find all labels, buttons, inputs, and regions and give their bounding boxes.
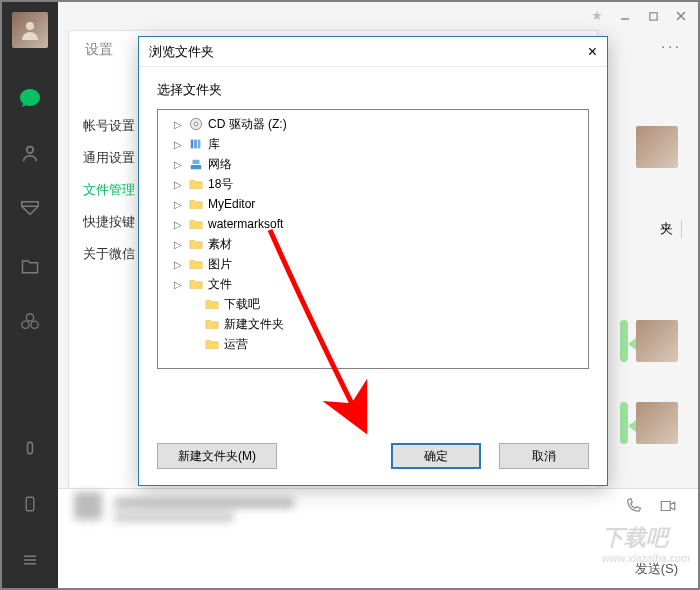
- dialog-titlebar: 浏览文件夹 ×: [139, 37, 607, 67]
- svg-rect-9: [194, 140, 197, 149]
- expand-icon[interactable]: ▷: [172, 259, 184, 270]
- expand-icon[interactable]: ▷: [172, 239, 184, 250]
- tree-item-label: 文件: [208, 276, 232, 293]
- phone-icon[interactable]: [16, 490, 44, 518]
- cd-icon: [188, 116, 204, 132]
- svg-point-7: [194, 122, 198, 126]
- svg-rect-5: [649, 12, 656, 19]
- tree-item-label: 运营: [224, 336, 248, 353]
- message-input-area: 发送(S): [58, 488, 698, 588]
- tree-item-label: 新建文件夹: [224, 316, 284, 333]
- files-icon[interactable]: [16, 252, 44, 280]
- tree-item-label: 网络: [208, 156, 232, 173]
- nav-files[interactable]: 文件管理: [83, 181, 135, 199]
- moments-icon[interactable]: [16, 308, 44, 336]
- maximize-icon[interactable]: [646, 9, 660, 23]
- folder-icon: [188, 176, 204, 192]
- tree-item-label: 素材: [208, 236, 232, 253]
- dialog-subtitle: 选择文件夹: [139, 67, 607, 109]
- expand-icon[interactable]: ▷: [172, 159, 184, 170]
- svg-rect-12: [193, 160, 200, 164]
- cancel-button[interactable]: 取消: [499, 443, 589, 469]
- chat-bubble: [620, 320, 628, 362]
- dialog-close-icon[interactable]: ×: [588, 43, 597, 61]
- send-button[interactable]: 发送(S): [635, 560, 678, 578]
- svg-rect-8: [191, 140, 194, 149]
- chat-avatar[interactable]: [636, 126, 678, 168]
- tree-item-label: 库: [208, 136, 220, 153]
- tree-item[interactable]: ▷网络: [158, 154, 588, 174]
- tree-item-label: watermarksoft: [208, 217, 283, 231]
- dialog-title: 浏览文件夹: [149, 43, 214, 61]
- window-controls: [58, 2, 698, 30]
- chat-avatar[interactable]: [636, 402, 678, 444]
- tree-item-label: 18号: [208, 176, 233, 193]
- folder-icon: [204, 296, 220, 312]
- browse-folder-dialog: 浏览文件夹 × 选择文件夹 ▷CD 驱动器 (Z:)▷库▷网络▷18号▷MyEd…: [138, 36, 608, 486]
- folder-icon: [204, 336, 220, 352]
- lib-icon: [188, 136, 204, 152]
- tree-item[interactable]: 运营: [158, 334, 588, 354]
- left-sidebar: [2, 2, 58, 588]
- expand-icon[interactable]: ▷: [172, 139, 184, 150]
- tree-item[interactable]: ▷文件: [158, 274, 588, 294]
- blurred-message: [74, 492, 314, 540]
- user-avatar[interactable]: [12, 12, 48, 48]
- folder-icon: [188, 256, 204, 272]
- folder-icon: [188, 196, 204, 212]
- tree-item[interactable]: ▷CD 驱动器 (Z:): [158, 114, 588, 134]
- miniprogram-icon[interactable]: [16, 434, 44, 462]
- svg-point-3: [31, 321, 38, 328]
- more-icon[interactable]: ···: [661, 38, 682, 54]
- svg-rect-11: [191, 165, 202, 169]
- chat-icon[interactable]: [16, 84, 44, 112]
- new-folder-button[interactable]: 新建文件夹(M): [157, 443, 277, 469]
- tree-item[interactable]: ▷18号: [158, 174, 588, 194]
- tree-item[interactable]: ▷MyEditor: [158, 194, 588, 214]
- expand-icon[interactable]: ▷: [172, 119, 184, 130]
- folder-icon: [188, 236, 204, 252]
- close-icon[interactable]: [674, 9, 688, 23]
- folder-icon: [204, 316, 220, 332]
- svg-rect-10: [198, 140, 201, 149]
- svg-point-1: [26, 314, 33, 321]
- folder-icon: [188, 276, 204, 292]
- call-icon[interactable]: [624, 497, 642, 519]
- tree-item-label: CD 驱动器 (Z:): [208, 116, 287, 133]
- expand-icon[interactable]: ▷: [172, 279, 184, 290]
- tree-item[interactable]: ▷素材: [158, 234, 588, 254]
- tree-item[interactable]: 下载吧: [158, 294, 588, 314]
- ok-button[interactable]: 确定: [391, 443, 481, 469]
- svg-point-2: [22, 321, 29, 328]
- folder-icon: [188, 216, 204, 232]
- nav-general[interactable]: 通用设置: [83, 149, 135, 167]
- video-icon[interactable]: [658, 497, 678, 519]
- nav-about[interactable]: 关于微信: [83, 245, 135, 263]
- tree-item[interactable]: 新建文件夹: [158, 314, 588, 334]
- favorites-icon[interactable]: [16, 196, 44, 224]
- expand-icon[interactable]: ▷: [172, 219, 184, 230]
- pin-icon[interactable]: [590, 9, 604, 23]
- settings-nav: 帐号设置 通用设置 文件管理 快捷按键 关于微信: [83, 117, 135, 263]
- chat-avatar[interactable]: [636, 320, 678, 362]
- tree-item-label: 图片: [208, 256, 232, 273]
- tree-item[interactable]: ▷库: [158, 134, 588, 154]
- expand-icon[interactable]: ▷: [172, 179, 184, 190]
- net-icon: [188, 156, 204, 172]
- nav-account[interactable]: 帐号设置: [83, 117, 135, 135]
- nav-shortcuts[interactable]: 快捷按键: [83, 213, 135, 231]
- folder-tree[interactable]: ▷CD 驱动器 (Z:)▷库▷网络▷18号▷MyEditor▷watermark…: [157, 109, 589, 369]
- folder-label-fragment: 夹: [660, 220, 682, 238]
- bubble-tip: [628, 420, 636, 432]
- svg-point-0: [26, 22, 34, 30]
- tree-item[interactable]: ▷watermarksoft: [158, 214, 588, 234]
- tree-item[interactable]: ▷图片: [158, 254, 588, 274]
- menu-icon[interactable]: [16, 546, 44, 574]
- tree-item-label: MyEditor: [208, 197, 255, 211]
- expand-icon[interactable]: ▷: [172, 199, 184, 210]
- minimize-icon[interactable]: [618, 9, 632, 23]
- bubble-tip: [628, 338, 636, 350]
- svg-rect-4: [26, 497, 34, 511]
- chat-bubble: [620, 402, 628, 444]
- contacts-icon[interactable]: [16, 140, 44, 168]
